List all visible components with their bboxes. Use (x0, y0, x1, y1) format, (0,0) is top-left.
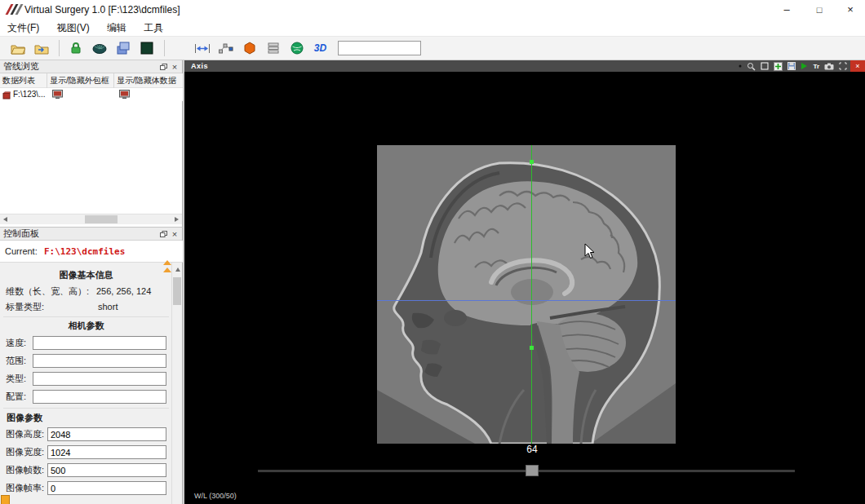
polyline-button[interactable] (215, 38, 237, 58)
menu-tools[interactable]: 工具 (136, 20, 171, 36)
layers-button[interactable] (112, 38, 134, 58)
scroll-right-icon[interactable] (171, 214, 182, 224)
dataset-name: F:\123\... (13, 88, 45, 101)
close-panel-icon[interactable]: × (169, 228, 180, 240)
toolbar-separator (59, 40, 60, 56)
control-panel: 控制面板 × Current: F:\123\dcmfiles 图像基本信息 维… (0, 227, 183, 504)
image-width-input[interactable] (47, 445, 166, 459)
image-width-row: 图像宽度: (0, 445, 172, 460)
axis-close-button[interactable]: × (850, 60, 865, 72)
image-rate-input[interactable] (47, 481, 166, 495)
slice-slider-handle[interactable] (526, 465, 539, 476)
pipeline-hscrollbar[interactable] (0, 214, 182, 224)
globe-button[interactable] (286, 38, 308, 58)
pipeline-panel: 管线浏览 × 数据列表 显示/隐藏外包框 显示/隐藏体数据 F:\123\... (0, 60, 183, 227)
add-icon[interactable] (774, 62, 783, 71)
maximize-button[interactable]: □ (803, 0, 836, 20)
hexagon-button[interactable] (238, 38, 260, 58)
shell-icon (92, 42, 107, 54)
pipeline-column-headers: 数据列表 显示/隐藏外包框 显示/隐藏体数据 (0, 73, 183, 88)
close-button[interactable]: × (836, 0, 865, 20)
transform-icon[interactable]: Tr (813, 63, 819, 70)
current-value: F:\123\dcmfiles (44, 241, 125, 263)
lock-icon (69, 42, 82, 55)
hscroll-thumb[interactable] (85, 215, 118, 223)
column-show-volume: 显示/隐藏体数据 (114, 73, 183, 88)
minimize-button[interactable]: – (770, 0, 803, 20)
control-vscrollbar[interactable] (171, 263, 182, 504)
threed-button[interactable]: 3D (309, 38, 331, 58)
mri-slice[interactable] (377, 145, 676, 444)
menubar: 文件(F) 视图(V) 编辑 工具 (0, 20, 865, 36)
config-row: 配置: (0, 390, 172, 405)
toggle-box-icon[interactable] (52, 90, 63, 104)
speed-row: 速度: (0, 336, 172, 351)
toggle-volume-icon[interactable] (119, 90, 130, 104)
menu-view[interactable]: 视图(V) (50, 20, 97, 36)
menu-file[interactable]: 文件(F) (0, 20, 47, 36)
import-folder-icon (34, 42, 49, 55)
polyline-icon (219, 42, 233, 54)
app-window: Virtual Surgery 1.0 [F:\123\dcmfiles] – … (0, 0, 865, 504)
float-panel-icon[interactable] (157, 61, 169, 73)
crosshair-marker-top[interactable] (530, 160, 534, 164)
app-logo-icon (7, 4, 23, 15)
range-input[interactable] (33, 354, 166, 368)
float-panel-icon[interactable] (157, 228, 169, 240)
import-folder-button[interactable] (30, 38, 52, 58)
type-input[interactable] (33, 372, 166, 386)
scroll-left-icon[interactable] (0, 214, 11, 224)
control-panel-content: 图像基本信息 维数（长、宽、高）: 256, 256, 124 标量类型: sh… (0, 263, 172, 504)
image-frames-input[interactable] (47, 463, 166, 477)
toolbar: 3D (0, 36, 865, 60)
frame-icon[interactable] (761, 62, 769, 70)
dot-icon (739, 64, 742, 68)
camera-icon[interactable] (824, 63, 834, 70)
window-title: Virtual Surgery 1.0 [F:\123\dcmfiles] (24, 0, 180, 20)
image-rate-row: 图像帧率: (0, 481, 172, 496)
save-icon[interactable] (787, 62, 796, 70)
play-icon[interactable] (801, 62, 808, 70)
image-height-input[interactable] (47, 427, 166, 441)
documents-button[interactable] (262, 38, 284, 58)
crosshair-vertical-line[interactable] (531, 145, 532, 444)
crosshair-marker-bottom[interactable] (530, 346, 534, 350)
toolbar-separator (164, 40, 165, 56)
axis-header: Axis Tr × (184, 60, 865, 72)
measure-button[interactable] (191, 38, 213, 58)
vscroll-thumb[interactable] (173, 277, 181, 305)
slice-number: 64 (514, 444, 550, 455)
axis-viewport[interactable]: Axis Tr × (184, 60, 865, 504)
menu-edit[interactable]: 编辑 (100, 20, 134, 36)
pipeline-panel-header: 管线浏览 × (0, 60, 182, 73)
hexagon-icon (243, 42, 256, 55)
axis-title: Axis (191, 60, 208, 72)
toolbar-input[interactable] (338, 41, 421, 55)
speed-input[interactable] (33, 336, 166, 350)
current-label: Current: (5, 241, 38, 263)
partial-button[interactable] (1, 495, 10, 504)
scroll-up-icon[interactable] (172, 264, 183, 274)
config-label: 配置: (6, 390, 26, 403)
zoom-icon[interactable] (747, 62, 756, 71)
documents-icon (267, 42, 280, 54)
dimension-label: 维数（长、宽、高）: (6, 285, 89, 298)
range-label: 范围: (6, 354, 26, 367)
lock-button[interactable] (64, 38, 86, 58)
pipeline-row[interactable]: F:\123\... (0, 88, 183, 101)
shell-button[interactable] (88, 38, 110, 58)
titlebar: Virtual Surgery 1.0 [F:\123\dcmfiles] – … (0, 0, 865, 20)
divider (3, 316, 169, 317)
mouse-cursor (584, 243, 596, 259)
crosshair-horizontal-line[interactable] (377, 300, 676, 301)
close-panel-icon[interactable]: × (169, 61, 180, 73)
dark-volume-button[interactable] (135, 38, 157, 58)
config-input[interactable] (33, 390, 166, 404)
dark-volume-icon (140, 42, 153, 55)
current-dataset-bar: Current: F:\123\dcmfiles (0, 241, 183, 263)
scalar-type-row: 标量类型: short (0, 300, 172, 315)
open-folder-button[interactable] (7, 38, 29, 58)
image-frames-label: 图像帧数: (6, 463, 44, 476)
threed-icon: 3D (314, 42, 326, 54)
fit-icon[interactable] (839, 62, 847, 70)
